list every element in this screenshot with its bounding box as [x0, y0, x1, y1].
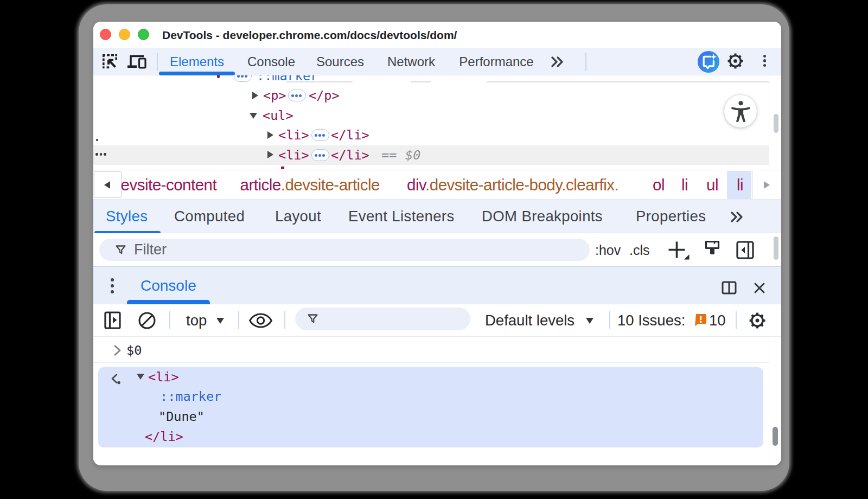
ellipsis-badge[interactable]: [288, 89, 306, 101]
tab-dom-breakpoints[interactable]: DOM Breakpoints: [482, 200, 603, 232]
more-sidebar-tabs-icon[interactable]: [730, 210, 745, 223]
filter-funnel-icon: [307, 313, 318, 324]
minimize-light[interactable]: [119, 29, 130, 40]
main-toolbar: Elements Console Sources Network Perform…: [93, 48, 781, 75]
console-toolbar-separator: [609, 311, 610, 329]
drawer-tab-console[interactable]: Console: [141, 267, 196, 304]
breadcrumb-item[interactable]: div.devsite-article-body.clearfix.: [407, 170, 618, 200]
tree-row-li-1[interactable]: <li> </li>: [93, 125, 769, 145]
console-toolbar: top Default levels 10 Issues: 10: [93, 304, 781, 337]
filter-funnel-icon: [115, 244, 126, 255]
elements-scrollbar-thumb[interactable]: [774, 114, 778, 133]
filter-placeholder: Filter: [134, 241, 167, 258]
scrollbar-track: [769, 337, 769, 465]
ellipsis-badge[interactable]: [311, 129, 329, 141]
more-tabs-icon[interactable]: [550, 55, 565, 68]
cls-button[interactable]: .cls: [629, 233, 650, 266]
window-title: DevTools - developer.chrome.com/docs/dev…: [162, 22, 457, 48]
sidebar-panel-toggle-icon[interactable]: [736, 241, 754, 259]
clipped-tag-fragment: [217, 75, 220, 78]
styles-filter-input[interactable]: Filter: [99, 239, 590, 261]
issues-label[interactable]: 10 Issues:: [617, 304, 685, 336]
expander-icon[interactable]: [252, 92, 258, 99]
clipped-text-streak: [411, 81, 431, 82]
split-panel-icon[interactable]: [722, 281, 737, 295]
brush-icon[interactable]: [704, 240, 720, 260]
console-settings-gear-icon[interactable]: [749, 312, 766, 329]
breadcrumb-item[interactable]: article.devsite-article: [240, 170, 380, 200]
hov-button[interactable]: :hov: [595, 233, 621, 266]
tree-row-ul[interactable]: <ul>: [93, 106, 769, 126]
accessibility-icon[interactable]: [724, 95, 757, 127]
styles-scrollbar-thumb[interactable]: [774, 236, 778, 260]
breadcrumb-item-selected[interactable]: li: [737, 170, 743, 200]
chevron-down-icon: [216, 318, 224, 324]
chevron-right-icon: [764, 181, 770, 189]
ellipsis-badge[interactable]: [234, 75, 252, 82]
live-expression-eye-icon[interactable]: [249, 313, 272, 328]
tree-row-li-selected[interactable]: <li> </li> == $0: [93, 145, 769, 165]
tab-event-listeners[interactable]: Event Listeners: [348, 200, 455, 232]
tab-network[interactable]: Network: [387, 48, 435, 75]
tree-row-p[interactable]: <p> </p>: [93, 86, 769, 106]
breadcrumb-scroll-left-button[interactable]: [94, 171, 122, 198]
issues-icon[interactable]: [694, 314, 707, 326]
close-light[interactable]: [100, 29, 111, 40]
edge-artifact-dots: [104, 153, 106, 156]
expander-icon[interactable]: [267, 131, 273, 139]
new-style-rule-icon[interactable]: [668, 241, 691, 260]
ellipsis-badge[interactable]: [311, 149, 329, 161]
console-result-element[interactable]: <li> ::marker "Dune" </li>: [98, 367, 763, 448]
styles-filter-row: Filter :hov .cls: [93, 233, 781, 266]
tab-console[interactable]: Console: [247, 48, 295, 75]
edge-artifact-dots: [95, 153, 98, 156]
breadcrumb-item[interactable]: ol: [653, 170, 665, 200]
breadcrumb-item[interactable]: ul: [706, 170, 718, 200]
breadcrumb-item[interactable]: li: [681, 170, 688, 200]
expander-icon[interactable]: [250, 113, 257, 119]
console-toolbar-separator: [238, 311, 239, 329]
sidebar-tab-bar: Styles Computed Layout Event Listeners D…: [93, 200, 781, 234]
scrollbar-track: [769, 75, 769, 170]
breadcrumb-scroll-right-button[interactable]: [752, 171, 781, 199]
tab-elements[interactable]: Elements: [170, 48, 224, 75]
ai-assistant-icon[interactable]: [698, 51, 719, 73]
breadcrumb-bar: evsite-content article.devsite-article d…: [93, 170, 781, 200]
context-selector[interactable]: top: [186, 304, 207, 336]
tab-styles[interactable]: Styles: [106, 200, 148, 232]
device-toolbar-icon[interactable]: [127, 54, 146, 70]
result-marker-icon: [110, 372, 122, 386]
tab-computed[interactable]: Computed: [174, 200, 245, 232]
console-scrollbar-thumb[interactable]: [773, 427, 778, 446]
chevron-down-icon: [586, 318, 593, 324]
chevron-left-icon: [104, 181, 110, 189]
tab-sources[interactable]: Sources: [316, 48, 364, 75]
expander-icon[interactable]: [267, 151, 273, 158]
clear-console-icon[interactable]: [138, 311, 156, 330]
title-bar: DevTools - developer.chrome.com/docs/dev…: [93, 22, 781, 48]
issues-count: 10: [709, 304, 726, 336]
tab-layout[interactable]: Layout: [275, 200, 321, 232]
tree-row-clipped[interactable]: ::marker: [93, 75, 769, 86]
devtools-window: DevTools - developer.chrome.com/docs/dev…: [93, 22, 781, 465]
console-sidebar-icon[interactable]: [104, 311, 121, 329]
tab-performance[interactable]: Performance: [459, 48, 533, 75]
settings-gear-icon[interactable]: [727, 53, 744, 69]
console-toolbar-separator: [736, 311, 737, 329]
console-drawer-header: Console: [93, 266, 781, 304]
clipped-text-streak: [286, 81, 353, 82]
levels-selector[interactable]: Default levels: [485, 304, 575, 336]
inspect-icon[interactable]: [102, 54, 119, 70]
console-toolbar-separator: [169, 311, 170, 329]
active-tab-indicator: [159, 72, 235, 75]
close-icon[interactable]: [754, 282, 765, 294]
breadcrumb-item[interactable]: evsite-content: [121, 170, 217, 200]
prompt-chevron-icon: [113, 344, 122, 357]
tab-properties[interactable]: Properties: [636, 200, 706, 232]
console-command-row[interactable]: $0: [93, 337, 769, 363]
tree-row-sliver: [93, 165, 769, 170]
zoom-light[interactable]: [138, 29, 149, 40]
console-filter-input[interactable]: [295, 308, 470, 330]
edge-artifact-dots: [100, 153, 103, 156]
expander-icon[interactable]: [137, 374, 144, 380]
